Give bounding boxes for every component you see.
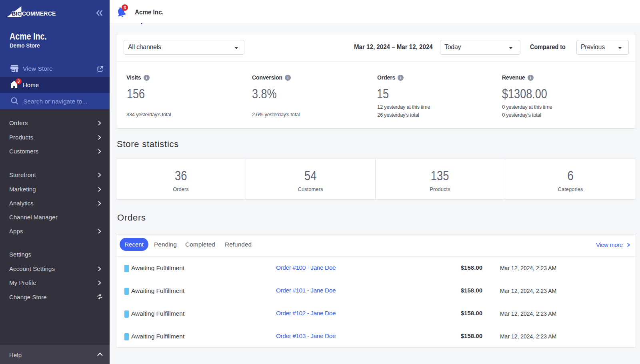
svg-text:BIG: BIG xyxy=(12,11,22,17)
svg-text:COMMERCE: COMMERCE xyxy=(22,10,56,17)
